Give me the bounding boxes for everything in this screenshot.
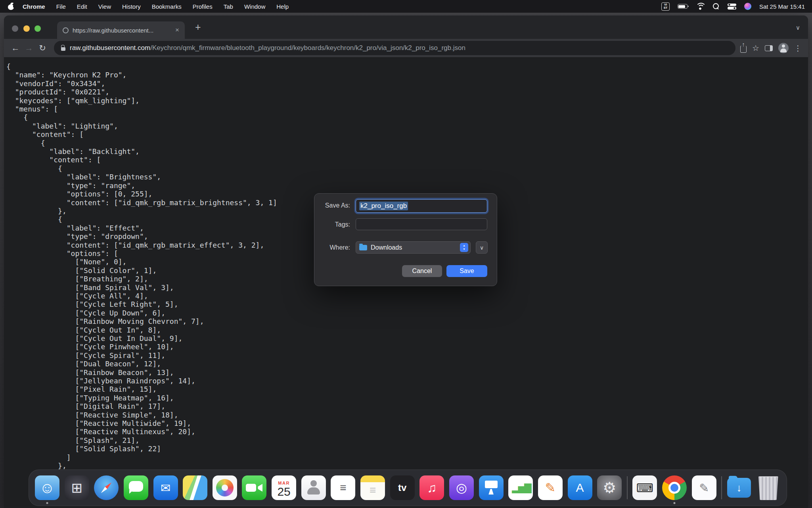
icon-glyph: ↓ — [737, 482, 742, 494]
spotlight-icon[interactable] — [713, 3, 720, 10]
menu-bookmarks[interactable]: Bookmarks — [146, 3, 187, 10]
dock-separator — [627, 476, 628, 499]
dock-icon-app-store[interactable]: A — [568, 475, 592, 500]
side-panel-icon[interactable] — [765, 45, 773, 51]
dock-icon-contacts[interactable] — [301, 475, 326, 500]
menu-edit[interactable]: Edit — [71, 3, 93, 10]
url-path: /Keychron/qmk_firmware/bluetooth_playgro… — [150, 44, 465, 52]
dock-icon-messages[interactable] — [124, 475, 148, 500]
dock-icon-music[interactable]: ♫ — [419, 475, 444, 500]
tab-search-icon[interactable]: ∨ — [796, 24, 800, 31]
profile-avatar[interactable] — [778, 43, 789, 53]
dock: ☺ ⊞ ✉ MAR 25 ≡ ≡ tv ♫ ◎ ▂▅▇ ✎ A ⚙ ⌨ ✎ ↓ — [29, 470, 787, 506]
cancel-button[interactable]: Cancel — [402, 265, 442, 277]
close-window-button[interactable] — [12, 25, 18, 32]
where-value: Downloads — [371, 244, 456, 251]
menu-file[interactable]: File — [51, 3, 71, 10]
dock-icon-chrome[interactable] — [662, 475, 687, 500]
tab-title: https://raw.githubusercontent... — [73, 27, 174, 34]
stepper-down-icon: ▾ — [463, 248, 465, 251]
apple-menu-icon[interactable] — [8, 3, 14, 10]
address-bar[interactable]: raw.githubusercontent.com /Keychron/qmk_… — [54, 41, 735, 55]
forward-button[interactable]: → — [22, 43, 36, 53]
where-stepper-icon[interactable]: ▴ ▾ — [460, 243, 468, 252]
app-menu-chrome[interactable]: Chrome — [17, 3, 51, 10]
toolbar-actions: ☆ ⋮ — [740, 43, 802, 53]
menu-bar-status: VI ST Sat 25 Mar 15:41 — [661, 2, 805, 11]
dock-icon-mail[interactable]: ✉ — [153, 475, 178, 500]
back-button[interactable]: ← — [9, 43, 22, 53]
zoom-window-button[interactable] — [34, 25, 41, 32]
menu-view[interactable]: View — [93, 3, 117, 10]
browser-window: https://raw.githubusercontent... × + ∨ ←… — [4, 15, 808, 508]
dock-icon-notes[interactable]: ≡ — [360, 475, 385, 500]
dock-icon-numbers[interactable]: ▂▅▇ — [508, 475, 533, 500]
lock-icon — [61, 47, 65, 51]
icon-glyph: ▂▅▇ — [512, 482, 530, 493]
new-tab-button[interactable]: + — [195, 21, 201, 33]
dock-icon-keynote[interactable] — [479, 475, 504, 500]
icon-glyph: ≡ — [370, 484, 376, 496]
menu-bar-left: Chrome File Edit View History Bookmarks … — [7, 3, 294, 10]
share-icon[interactable] — [740, 46, 747, 53]
dock-icon-maps[interactable] — [183, 475, 207, 500]
input-source-icon[interactable]: VI ST — [661, 2, 670, 11]
minimize-window-button[interactable] — [23, 25, 30, 32]
where-label: Where: — [314, 244, 350, 251]
dock-icon-pages[interactable]: ✎ — [538, 475, 563, 500]
control-center-icon[interactable] — [728, 4, 736, 10]
browser-tab[interactable]: https://raw.githubusercontent... × — [57, 21, 185, 39]
expand-dialog-button[interactable]: ∨ — [476, 241, 488, 254]
chrome-menu-icon[interactable]: ⋮ — [794, 44, 802, 53]
menu-tab[interactable]: Tab — [218, 3, 239, 10]
dock-icon-facetime[interactable] — [242, 475, 266, 500]
dock-icon-launchpad[interactable]: ⊞ — [65, 475, 89, 500]
dock-icon-safari[interactable] — [94, 475, 119, 500]
dock-icon-calendar[interactable]: MAR 25 — [272, 475, 296, 500]
icon-glyph: tv — [398, 482, 406, 493]
tags-label: Tags: — [314, 221, 350, 228]
folder-icon — [359, 245, 367, 250]
dock-icon-downloads-folder[interactable]: ↓ — [727, 478, 751, 498]
dock-icon-reminders[interactable]: ≡ — [331, 475, 355, 500]
icon-glyph: ♫ — [427, 481, 437, 495]
icon-glyph: ☺ — [40, 479, 55, 496]
icon-glyph: ✎ — [699, 481, 709, 495]
battery-icon[interactable] — [678, 4, 688, 9]
dock-icon-photos[interactable] — [213, 475, 237, 500]
menu-bar-clock[interactable]: Sat 25 Mar 15:41 — [759, 3, 805, 10]
menu-bar: Chrome File Edit View History Bookmarks … — [0, 0, 812, 13]
dock-icon-qmk-toolbox[interactable]: ⌨ — [632, 475, 657, 500]
dock-icon-tv[interactable]: tv — [390, 475, 415, 500]
icon-glyph: ✎ — [545, 480, 555, 495]
icon-glyph: ≡ — [340, 481, 346, 494]
navigation-toolbar: ← → ↻ raw.githubusercontent.com /Keychro… — [4, 39, 808, 57]
save-button[interactable]: Save — [446, 265, 487, 277]
save-as-label: Save As: — [314, 202, 350, 209]
tab-strip: https://raw.githubusercontent... × + ∨ — [4, 15, 808, 39]
url-domain: raw.githubusercontent.com — [70, 44, 150, 52]
dock-icon-trash[interactable] — [756, 475, 781, 500]
wifi-icon[interactable] — [695, 3, 705, 10]
tab-close-icon[interactable]: × — [174, 26, 181, 34]
bookmark-star-icon[interactable]: ☆ — [752, 43, 759, 53]
filename-input[interactable]: k2_pro_iso_rgb — [356, 199, 487, 213]
dock-icon-textedit[interactable]: ✎ — [692, 475, 716, 500]
where-select[interactable]: Downloads ▴ ▾ — [356, 241, 471, 254]
siri-icon[interactable] — [744, 3, 751, 10]
tags-input[interactable] — [356, 218, 487, 230]
icon-glyph: A — [576, 481, 584, 495]
icon-glyph: ⌨ — [636, 481, 653, 495]
dock-separator — [721, 476, 722, 499]
menu-profiles[interactable]: Profiles — [187, 3, 218, 10]
menu-help[interactable]: Help — [271, 3, 294, 10]
dock-icon-system-settings[interactable]: ⚙ — [597, 475, 622, 500]
tab-favicon — [63, 27, 69, 33]
menu-window[interactable]: Window — [239, 3, 271, 10]
reload-button[interactable]: ↻ — [36, 43, 49, 53]
filename-selected-text: k2_pro_iso_rgb — [359, 202, 408, 210]
menu-history[interactable]: History — [117, 3, 146, 10]
dock-icon-podcasts[interactable]: ◎ — [449, 475, 474, 500]
save-dialog: Save As: k2_pro_iso_rgb Tags: Where: Dow… — [314, 193, 497, 286]
dock-icon-finder[interactable]: ☺ — [35, 475, 59, 500]
